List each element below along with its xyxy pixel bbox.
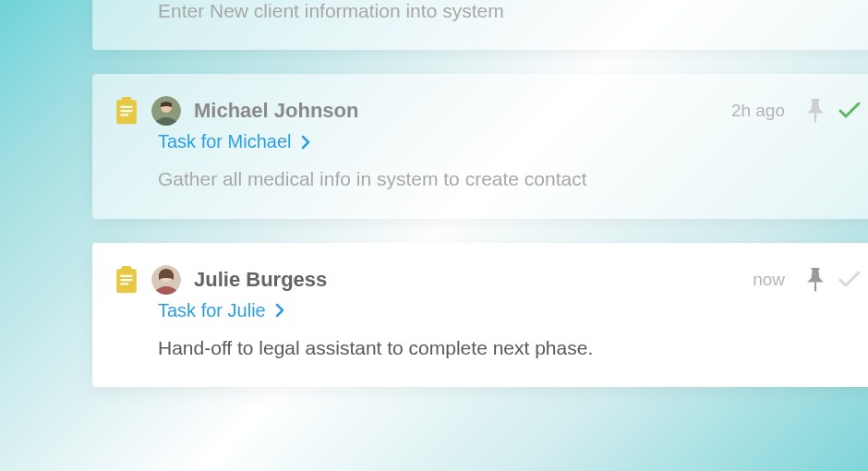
card-description: Gather all medical info in system to cre… <box>158 165 861 192</box>
card-description: Enter New client information into system <box>158 0 861 24</box>
task-link[interactable]: Task for Michael <box>158 131 292 152</box>
svg-rect-19 <box>120 279 132 281</box>
svg-rect-8 <box>116 101 137 125</box>
svg-rect-17 <box>122 266 132 272</box>
card-header: Michael Johnson 2h ago <box>115 96 861 126</box>
task-card[interactable]: Julie Burgess now Task for Julie Hand-of… <box>92 243 868 387</box>
svg-rect-10 <box>120 106 132 108</box>
timestamp: now <box>753 270 785 290</box>
check-icon[interactable] <box>838 271 861 289</box>
svg-rect-11 <box>120 110 132 112</box>
svg-rect-23 <box>814 282 816 291</box>
svg-rect-12 <box>120 115 128 116</box>
avatar <box>151 265 181 295</box>
svg-rect-18 <box>120 275 132 277</box>
chevron-right-icon <box>301 135 310 150</box>
author-name: Michael Johnson <box>194 99 718 123</box>
card-description: Hand-off to legal assistant to complete … <box>158 334 861 361</box>
author-name: Julie Burgess <box>194 268 740 292</box>
clipboard-icon <box>115 97 139 125</box>
svg-rect-9 <box>122 97 132 103</box>
card-actions <box>805 268 861 292</box>
task-card[interactable]: Enter New client information into system <box>92 0 868 50</box>
clipboard-icon <box>115 266 139 294</box>
card-actions <box>805 99 861 123</box>
card-header: Julie Burgess now <box>115 265 861 295</box>
svg-rect-20 <box>120 283 128 284</box>
svg-rect-15 <box>814 114 816 123</box>
pin-icon[interactable] <box>805 99 826 123</box>
task-card[interactable]: Michael Johnson 2h ago Task for Michael … <box>92 74 868 218</box>
check-icon[interactable] <box>838 102 861 120</box>
task-link[interactable]: Task for Julie <box>158 300 266 321</box>
avatar <box>151 96 181 126</box>
task-link-row: Task for Julie <box>158 300 861 321</box>
task-feed: Enter New client information into system… <box>92 0 868 387</box>
task-link-row: Task for Michael <box>158 131 861 152</box>
chevron-right-icon <box>275 303 284 318</box>
timestamp: 2h ago <box>731 101 785 121</box>
pin-icon[interactable] <box>805 268 826 292</box>
